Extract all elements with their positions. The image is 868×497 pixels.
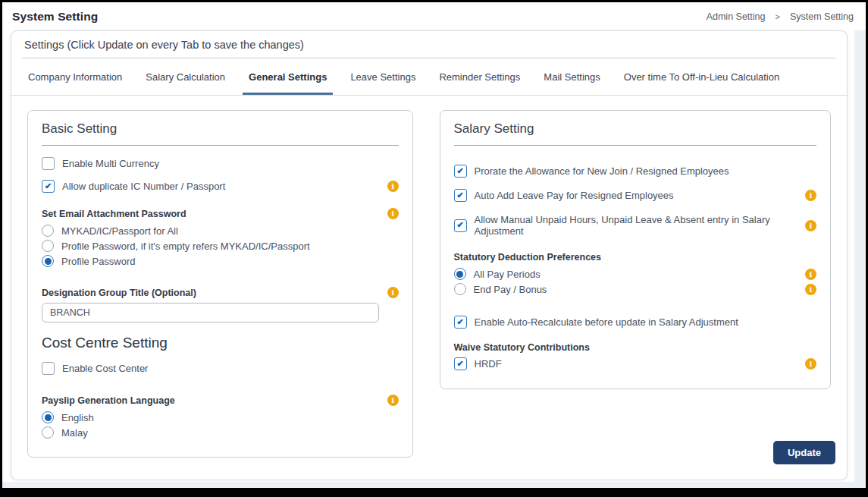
- end-pay-bonus-radio[interactable]: [454, 283, 466, 295]
- profile-password-radio[interactable]: [42, 255, 54, 267]
- enable-cost-center-row: Enable Cost Center: [42, 362, 399, 375]
- page-title: System Setting: [12, 10, 98, 24]
- payslip-malay-label: Malay: [61, 427, 88, 439]
- manual-unpaid-checkbox[interactable]: [454, 219, 467, 232]
- tab-leave-settings[interactable]: Leave Settings: [344, 58, 421, 95]
- designation-input-row: [42, 303, 399, 322]
- prorate-allowance-checkbox[interactable]: [454, 165, 467, 178]
- payslip-english-radio[interactable]: [42, 411, 54, 423]
- auto-leave-pay-label: Auto Add Leave Pay for Resigned Employee…: [475, 190, 674, 201]
- auto-recalculate-checkbox[interactable]: [454, 316, 467, 329]
- auto-recalculate-row: Enable Auto-Recalculate before update in…: [454, 316, 816, 329]
- footer-actions: Update: [773, 441, 835, 464]
- hrdf-row: HRDF i: [454, 357, 816, 370]
- info-icon[interactable]: i: [387, 287, 399, 298]
- manual-unpaid-row: Allow Manual Unpaid Hours, Unpaid Leave …: [454, 214, 816, 237]
- settings-card-title: Settings (Click Update on every Tab to s…: [22, 31, 836, 58]
- all-pay-periods-label: All Pay Periods: [474, 269, 541, 280]
- payslip-english-row: English: [42, 411, 399, 423]
- tab-general-settings[interactable]: General Settings: [243, 58, 333, 95]
- prorate-allowance-row: Prorate the Allowance for New Join / Res…: [454, 165, 816, 178]
- salary-setting-title: Salary Setting: [454, 121, 816, 146]
- tab-mail-settings[interactable]: Mail Settings: [537, 58, 606, 95]
- waive-statutory-section-label: Waive Statutory Contributions: [454, 342, 590, 353]
- tab-content: Basic Setting Enable Multi Currency Allo…: [11, 96, 847, 458]
- salary-setting-panel: Salary Setting Prorate the Allowance for…: [440, 110, 831, 389]
- basic-setting-title: Basic Setting: [42, 121, 399, 146]
- info-icon[interactable]: i: [805, 190, 816, 201]
- info-icon[interactable]: i: [387, 208, 399, 219]
- allow-duplicate-ic-checkbox[interactable]: [42, 180, 55, 193]
- hrdf-label: HRDF: [475, 358, 502, 370]
- manual-unpaid-label: Allow Manual Unpaid Hours, Unpaid Leave …: [475, 214, 805, 237]
- tab-reminder-settings[interactable]: Reminder Settings: [433, 58, 526, 95]
- designation-label-row: Designation Group Title (Optional) i: [42, 287, 399, 298]
- all-pay-periods-radio[interactable]: [454, 268, 466, 280]
- tab-salary-calculation[interactable]: Salary Calculation: [139, 58, 231, 95]
- payslip-english-label: English: [61, 412, 94, 423]
- email-password-label-row: Set Email Attachment Password i: [42, 208, 399, 219]
- page-background-strip: [2, 482, 866, 488]
- info-icon[interactable]: i: [805, 269, 816, 280]
- auto-leave-pay-checkbox[interactable]: [454, 189, 467, 202]
- breadcrumb: Admin Setting > System Setting: [707, 11, 854, 22]
- email-password-section-label: Set Email Attachment Password: [42, 209, 186, 219]
- all-pay-periods-row: All Pay Periods i: [454, 268, 816, 280]
- end-pay-bonus-row: End Pay / Bonus i: [454, 283, 816, 295]
- info-icon[interactable]: i: [805, 358, 816, 370]
- top-bar: System Setting Admin Setting > System Se…: [2, 2, 866, 30]
- update-button[interactable]: Update: [773, 441, 835, 464]
- designation-group-title-input[interactable]: [42, 303, 379, 322]
- scrollbar-track[interactable]: [854, 30, 866, 488]
- payslip-malay-row: Malay: [42, 426, 399, 439]
- info-icon[interactable]: i: [805, 284, 816, 295]
- profile-password-fallback-radio[interactable]: [42, 240, 54, 252]
- end-pay-bonus-label: End Pay / Bonus: [474, 284, 547, 295]
- statutory-deduction-section-label: Statutory Deduction Preferences: [454, 252, 602, 263]
- cost-centre-setting-heading: Cost Centre Setting: [42, 335, 399, 351]
- info-icon[interactable]: i: [387, 395, 399, 406]
- statutory-deduction-label-row: Statutory Deduction Preferences: [454, 252, 816, 263]
- allow-duplicate-ic-row: Allow duplicate IC Number / Passport i: [42, 180, 399, 193]
- breadcrumb-current: System Setting: [790, 11, 854, 22]
- prorate-allowance-label: Prorate the Allowance for New Join / Res…: [475, 165, 729, 177]
- payslip-language-section-label: Payslip Generation Language: [42, 395, 175, 406]
- settings-card: Settings (Click Update on every Tab to s…: [11, 30, 848, 480]
- mykad-all-radio[interactable]: [42, 225, 54, 237]
- app-window: System Setting Admin Setting > System Se…: [2, 2, 866, 488]
- payslip-malay-radio[interactable]: [42, 426, 54, 439]
- tab-company-information[interactable]: Company Information: [22, 58, 128, 95]
- info-icon[interactable]: i: [387, 181, 399, 192]
- payslip-language-label-row: Payslip Generation Language i: [42, 395, 399, 406]
- auto-leave-pay-row: Auto Add Leave Pay for Resigned Employee…: [454, 189, 816, 202]
- enable-cost-center-label: Enable Cost Center: [62, 363, 148, 374]
- mykad-all-row: MYKAD/IC/Passport for All: [42, 225, 399, 237]
- waive-statutory-label-row: Waive Statutory Contributions: [454, 342, 816, 353]
- enable-multi-currency-row: Enable Multi Currency: [42, 157, 399, 170]
- enable-multi-currency-checkbox[interactable]: [42, 157, 55, 170]
- info-icon[interactable]: i: [805, 220, 816, 231]
- enable-multi-currency-label: Enable Multi Currency: [62, 158, 159, 169]
- profile-password-label: Profile Password: [61, 256, 136, 267]
- profile-password-fallback-row: Profile Password, if it's empty refers M…: [42, 240, 399, 252]
- allow-duplicate-ic-label: Allow duplicate IC Number / Passport: [62, 181, 225, 192]
- breadcrumb-parent[interactable]: Admin Setting: [707, 11, 766, 22]
- tab-overtime-off-in-lieu[interactable]: Over time To Off-in-Lieu Calculation: [618, 58, 785, 95]
- hrdf-checkbox[interactable]: [454, 357, 467, 370]
- mykad-all-label: MYKAD/IC/Passport for All: [61, 225, 178, 237]
- profile-password-fallback-label: Profile Password, if it's empty refers M…: [61, 241, 310, 252]
- enable-cost-center-checkbox[interactable]: [42, 362, 55, 375]
- auto-recalculate-label: Enable Auto-Recalculate before update in…: [475, 316, 738, 328]
- breadcrumb-separator-icon: >: [775, 12, 779, 21]
- profile-password-row: Profile Password: [42, 255, 399, 267]
- settings-tab-bar: Company Information Salary Calculation G…: [11, 58, 847, 96]
- designation-group-title-label: Designation Group Title (Optional): [42, 288, 196, 298]
- basic-setting-panel: Basic Setting Enable Multi Currency Allo…: [27, 110, 413, 458]
